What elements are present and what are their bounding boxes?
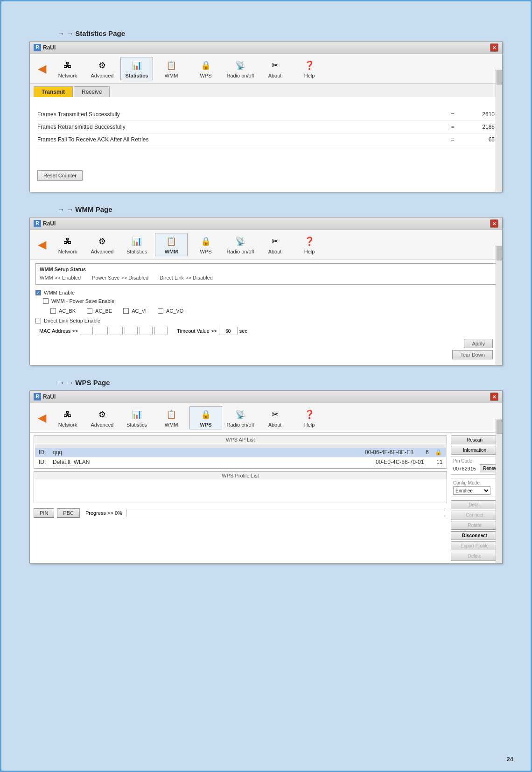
ac-checkboxes: AC_BK AC_BE AC_VI AC_VO (35, 305, 497, 316)
toolbar-wps: ◀ 🖧 Network ⚙ Advanced 📊 Statistics 📋 WM… (30, 403, 502, 433)
wmm-window-title: RaUI (43, 220, 56, 227)
information-button[interactable]: Information (451, 446, 498, 455)
wps-toolbar-advanced[interactable]: ⚙ Advanced (86, 406, 119, 429)
wmm-status-title: WMM Setup Status (40, 267, 492, 272)
section-header-statistics: → → Statistics Page (57, 29, 503, 37)
scrollbar-thumb-statistics[interactable] (497, 70, 502, 84)
toolbar-item-network[interactable]: 🖧 Network (51, 57, 84, 80)
wps-toolbar-radio[interactable]: 📡 Radio on/off (224, 406, 257, 429)
wmm-status-row: WMM >> Enabled Power Save >> Disabled Di… (40, 274, 492, 281)
wps-ap-row-0[interactable]: ID: qqq 00-06-4F-6F-8E-E8 6 🔒 (35, 448, 446, 457)
wmm-toolbar-wps[interactable]: 🔒 WPS (189, 233, 222, 256)
wps-network-icon: 🖧 (61, 408, 75, 421)
toolbar-item-wmm[interactable]: 📋 WMM (155, 57, 188, 80)
wmm-toolbar-help[interactable]: ❓ Help (293, 233, 326, 256)
statistics-icon: 📊 (130, 59, 144, 72)
ac-bk-checkbox[interactable] (50, 308, 56, 314)
wps-toolbar-statistics[interactable]: 📊 Statistics (120, 406, 153, 429)
mac-field-5[interactable] (140, 327, 153, 335)
toolbar-item-about[interactable]: ✂ About (259, 57, 291, 80)
scrollbar-statistics[interactable] (496, 70, 502, 192)
tear-down-button[interactable]: Tear Down (452, 350, 493, 359)
ac-vo-checkbox[interactable] (158, 308, 163, 314)
mac-field-4[interactable] (125, 327, 138, 335)
mac-field-3[interactable] (110, 327, 123, 335)
wmm-icon: 📋 (164, 59, 178, 72)
scrollbar-thumb-wmm[interactable] (497, 246, 502, 260)
scrollbar-wps[interactable] (496, 419, 502, 563)
mac-field-2[interactable] (95, 327, 108, 335)
tab-receive[interactable]: Receive (74, 86, 110, 97)
connect-button[interactable]: Connect (451, 511, 498, 519)
wmm-enable-checkbox[interactable]: ✓ (35, 290, 41, 295)
mac-field-6[interactable] (154, 327, 168, 335)
wps-profile-list-group: WPS Profile List (34, 471, 447, 503)
wmm-status-group: WMM Setup Status WMM >> Enabled Power Sa… (35, 263, 497, 285)
back-button[interactable]: ◀ (35, 59, 49, 78)
apply-button[interactable]: Apply (464, 339, 493, 348)
wmm-toolbar-network[interactable]: 🖧 Network (51, 233, 84, 256)
wmm-direct-link-status: Direct Link >> Disabled (160, 275, 213, 281)
wps-ap-lock-icon-0: 🔒 (433, 449, 444, 456)
toolbar-item-radio[interactable]: 📡 Radio on/off (224, 57, 257, 80)
wmm-close-button[interactable]: ✕ (490, 219, 498, 228)
reset-counter-button[interactable]: Reset Counter (37, 170, 83, 181)
pin-code-label: Pin Code (453, 458, 496, 463)
toolbar-label-help: Help (304, 73, 315, 78)
pbc-button[interactable]: PBC (57, 508, 80, 518)
delete-button[interactable]: Delete (451, 552, 498, 561)
wps-close-button[interactable]: ✕ (490, 393, 498, 401)
wps-toolbar-help[interactable]: ❓ Help (293, 406, 326, 429)
wps-ap-id-label-1: ID: (37, 458, 51, 466)
wmm-toolbar-statistics[interactable]: 📊 Statistics (120, 233, 153, 256)
tab-transmit[interactable]: Transmit (34, 86, 73, 97)
scrollbar-wmm[interactable] (496, 246, 502, 365)
title-bar-wmm: R RaUI ✕ (30, 218, 502, 230)
wmm-radio-icon: 📡 (233, 235, 247, 248)
detail-button[interactable]: Detail (451, 500, 498, 509)
rotate-button[interactable]: Rotate (451, 521, 498, 530)
title-icon-wmm: R (34, 220, 41, 227)
export-profile-button[interactable]: Export Profile (451, 541, 498, 550)
toolbar-item-help[interactable]: ❓ Help (293, 57, 326, 80)
wps-toolbar-wps[interactable]: 🔒 WPS (189, 406, 222, 429)
section-header-wps: → → WPS Page (57, 379, 503, 386)
wmm-power-save-row: WMM - Power Save Enable (35, 297, 497, 305)
wmm-toolbar-advanced[interactable]: ⚙ Advanced (86, 233, 119, 256)
rescan-button[interactable]: Rescan (451, 435, 498, 444)
wps-ap-row-1[interactable]: ID: Default_WLAN 00-E0-4C-86-70-01 11 (35, 457, 446, 467)
wmm-enable-row: ✓ WMM Enable (35, 288, 497, 297)
wmm-toolbar-about[interactable]: ✂ About (259, 233, 291, 256)
pin-button[interactable]: PIN (34, 508, 54, 518)
arrow-icon-wps: → (57, 379, 64, 386)
disconnect-button[interactable]: Disconnect (451, 531, 498, 540)
close-button[interactable]: ✕ (490, 43, 498, 52)
title-bar-wps: R RaUI ✕ (30, 391, 502, 403)
toolbar-item-advanced[interactable]: ⚙ Advanced (86, 57, 119, 80)
wps-wmm-icon: 📋 (164, 408, 178, 421)
wps-toolbar-wmm[interactable]: 📋 WMM (155, 406, 188, 429)
wmm-action-buttons: Apply Tear Down (35, 337, 497, 361)
ac-bk-row: AC_BK (50, 307, 76, 315)
direct-link-checkbox[interactable] (35, 318, 41, 323)
toolbar-item-statistics[interactable]: 📊 Statistics (120, 57, 153, 80)
title-bar-left: R RaUI (34, 44, 56, 51)
ac-be-checkbox[interactable] (87, 308, 92, 314)
wps-advanced-icon: ⚙ (95, 408, 109, 421)
stats-value-2: 65 (457, 136, 495, 143)
wps-toolbar-about[interactable]: ✂ About (259, 406, 291, 429)
wmm-back-button[interactable]: ◀ (35, 235, 49, 254)
stats-label-1: Frames Retransmitted Successfully (37, 124, 448, 130)
wmm-toolbar-radio[interactable]: 📡 Radio on/off (224, 233, 257, 256)
timeout-field[interactable] (219, 327, 238, 335)
scrollbar-thumb-wps[interactable] (497, 420, 502, 434)
timeout-label: Timeout Value >> (177, 328, 217, 334)
mac-field-1[interactable] (80, 327, 93, 335)
wmm-toolbar-wmm[interactable]: 📋 WMM (155, 233, 188, 256)
wps-toolbar-network[interactable]: 🖧 Network (51, 406, 84, 429)
config-mode-select[interactable]: Enrollee Registrar (453, 486, 490, 495)
wps-back-button[interactable]: ◀ (35, 408, 49, 427)
ac-vi-checkbox[interactable] (123, 308, 129, 314)
wmm-power-save-checkbox[interactable] (43, 298, 49, 304)
toolbar-item-wps[interactable]: 🔒 WPS (189, 57, 222, 80)
